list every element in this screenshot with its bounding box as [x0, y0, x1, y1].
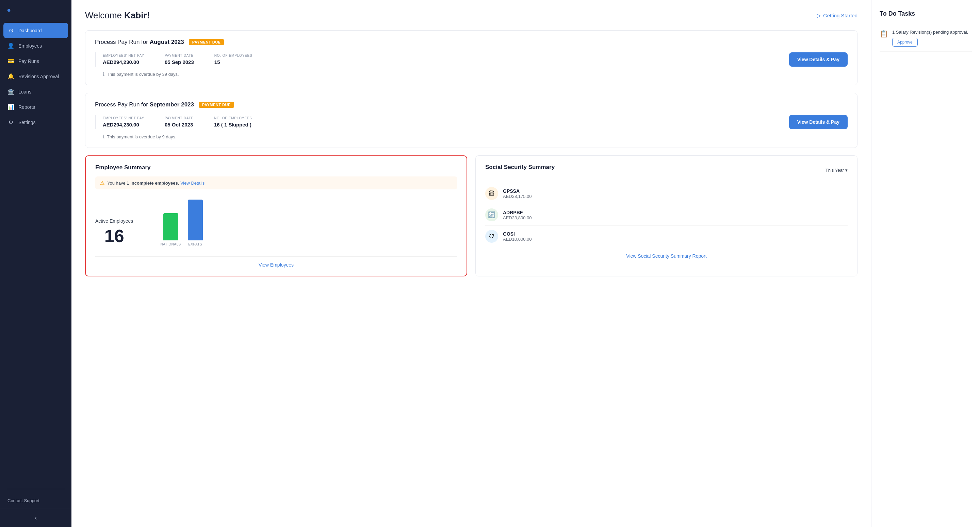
payrun-august-overdue-note: ℹ This payment is overdue by 39 days. [95, 71, 848, 77]
incomplete-alert: ⚠ You have 1 incomplete employees. View … [95, 176, 457, 189]
payrun-august-card: Process Pay Run for August 2023 PAYMENT … [85, 30, 858, 85]
sidebar: ● ⊙ Dashboard 👤 Employees 💳 Pay Runs 🔔 R… [0, 0, 72, 527]
sidebar-contact[interactable]: Contact Support [0, 493, 72, 509]
payrun-september-fields: EMPLOYEES' NET PAY AED294,230.00 PAYMENT… [103, 116, 789, 128]
ss-item-gpssa: 🏛 GPSSA AED28,175.00 [485, 183, 848, 204]
payrun-september-overdue-note: ℹ This payment is overdue by 9 days. [95, 134, 848, 140]
approve-button[interactable]: Approve [892, 38, 918, 47]
nationals-label: NATIONALS [160, 243, 181, 246]
settings-icon: ⚙ [8, 119, 14, 125]
social-security-title: Social Security Summary [485, 164, 555, 171]
employee-summary-card: Employee Summary ⚠ You have 1 incomplete… [85, 156, 467, 276]
payrun-september-title: Process Pay Run for September 2023 [95, 101, 194, 108]
expats-bar [188, 200, 203, 240]
sidebar-item-revisions-approval[interactable]: 🔔 Revisions Approval [0, 69, 72, 84]
employee-summary-title: Employee Summary [95, 164, 457, 171]
sidebar-item-dashboard[interactable]: ⊙ Dashboard [3, 23, 68, 38]
chevron-down-icon: ▾ [845, 168, 848, 173]
payrun-september-net-pay: EMPLOYEES' NET PAY AED294,230.00 [103, 116, 144, 128]
adrpbf-info: ADRPBF AED23,800.00 [503, 210, 532, 220]
sidebar-collapse-button[interactable]: ‹ [0, 509, 72, 527]
bar-expats: EXPATS [188, 200, 203, 246]
expats-label: EXPATS [188, 243, 202, 246]
social-security-card: Social Security Summary This Year ▾ 🏛 GP… [476, 156, 858, 276]
info-icon-august: ℹ [103, 71, 105, 77]
active-count-section: Active Employees 16 [95, 218, 133, 246]
sidebar-nav: ⊙ Dashboard 👤 Employees 💳 Pay Runs 🔔 Rev… [0, 20, 72, 486]
payment-due-badge-september: PAYMENT DUE [199, 102, 234, 108]
active-label: Active Employees [95, 218, 133, 224]
payment-due-badge-august: PAYMENT DUE [189, 39, 224, 45]
payrun-august-net-pay: EMPLOYEES' NET PAY AED294,230.00 [103, 54, 144, 65]
employee-chart-area: Active Employees 16 NATIONALS EXPATS [95, 196, 457, 249]
view-employees-link[interactable]: View Employees [95, 256, 457, 268]
sidebar-logo: ● [0, 0, 72, 20]
payrun-september-no-employees: NO. OF EMPLOYEES 16 ( 1 Skipped ) [214, 116, 252, 128]
todo-title: To Do Tasks [880, 10, 972, 17]
sidebar-item-settings[interactable]: ⚙ Settings [0, 114, 72, 130]
sidebar-item-employees[interactable]: 👤 Employees [0, 38, 72, 53]
gosi-info: GOSI AED10,000.00 [503, 231, 532, 242]
payrun-september-header: Process Pay Run for September 2023 PAYME… [95, 101, 848, 108]
bars-section: NATIONALS EXPATS [160, 200, 202, 246]
gosi-icon: 🛡 [485, 230, 498, 243]
dashboard-icon: ⊙ [8, 27, 14, 34]
info-icon-september: ℹ [103, 134, 105, 140]
todo-item-text: 1 Salary Revision(s) pending approval. [892, 29, 968, 36]
todo-item-content: 1 Salary Revision(s) pending approval. A… [892, 29, 968, 47]
header-row: Welcome Kabir! ▷ Getting Started [85, 10, 858, 21]
payrun-august-fields: EMPLOYEES' NET PAY AED294,230.00 PAYMENT… [103, 54, 789, 65]
bar-nationals: NATIONALS [160, 213, 181, 246]
play-icon: ▷ [817, 12, 821, 19]
bottom-section: Employee Summary ⚠ You have 1 incomplete… [85, 156, 858, 276]
ss-item-adrpbf: 🔄 ADRPBF AED23,800.00 [485, 204, 848, 226]
sidebar-item-reports[interactable]: 📊 Reports [0, 99, 72, 114]
todo-icon: 📋 [880, 30, 888, 38]
main-content: Welcome Kabir! ▷ Getting Started Process… [72, 0, 871, 527]
nationals-bar [163, 213, 178, 240]
view-details-pay-august-button[interactable]: View Details & Pay [789, 52, 848, 67]
payrun-september-card: Process Pay Run for September 2023 PAYME… [85, 93, 858, 148]
year-selector[interactable]: This Year ▾ [826, 168, 848, 173]
social-security-header: Social Security Summary This Year ▾ [485, 164, 848, 176]
getting-started-button[interactable]: ▷ Getting Started [817, 12, 858, 19]
gpssa-info: GPSSA AED28,175.00 [503, 188, 532, 199]
ss-item-gosi: 🛡 GOSI AED10,000.00 [485, 226, 848, 247]
payrun-august-body: EMPLOYEES' NET PAY AED294,230.00 PAYMENT… [95, 52, 848, 67]
alert-icon: ⚠ [100, 180, 105, 186]
payrun-august-no-employees: NO. OF EMPLOYEES 15 [215, 54, 253, 65]
todo-item-salary-revision: 📋 1 Salary Revision(s) pending approval.… [880, 24, 972, 52]
payrun-august-header: Process Pay Run for August 2023 PAYMENT … [95, 39, 848, 46]
adrpbf-icon: 🔄 [485, 208, 498, 221]
employees-icon: 👤 [8, 43, 14, 49]
content-area: Welcome Kabir! ▷ Getting Started Process… [72, 0, 980, 527]
sidebar-item-pay-runs[interactable]: 💳 Pay Runs [0, 53, 72, 69]
payrun-august-title: Process Pay Run for August 2023 [95, 39, 184, 46]
loans-icon: 🏦 [8, 88, 14, 95]
reports-icon: 📊 [8, 104, 14, 110]
sidebar-item-loans[interactable]: 🏦 Loans [0, 84, 72, 99]
payrun-september-body: EMPLOYEES' NET PAY AED294,230.00 PAYMENT… [95, 115, 848, 129]
gpssa-icon: 🏛 [485, 187, 498, 200]
view-details-incomplete-link[interactable]: View Details [180, 181, 205, 186]
view-social-security-summary-link[interactable]: View Social Security Summary Report [485, 253, 848, 259]
payrun-september-payment-date: PAYMENT DATE 05 Oct 2023 [165, 116, 194, 128]
sidebar-divider [7, 489, 65, 489]
active-number: 16 [95, 226, 133, 246]
revisions-icon: 🔔 [8, 73, 14, 79]
payrun-august-payment-date: PAYMENT DATE 05 Sep 2023 [165, 54, 194, 65]
pay-runs-icon: 💳 [8, 58, 14, 64]
view-details-pay-september-button[interactable]: View Details & Pay [789, 115, 848, 129]
right-panel: To Do Tasks 📋 1 Salary Revision(s) pendi… [871, 0, 980, 527]
page-title: Welcome Kabir! [85, 10, 150, 21]
